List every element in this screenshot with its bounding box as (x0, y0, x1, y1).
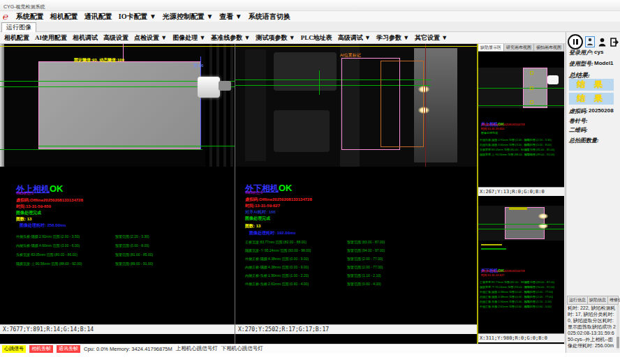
menu-bar: ℮ 系统配置相机配置通讯配置IO卡配置 ▼光源控制配置 ▼查看 ▼系统语言切换 (0, 11, 620, 22)
thumb-row: 负极宽度:83.05mm 范围:(80.00 - 86.00)预警范围:(81.… (480, 148, 563, 153)
menu-item[interactable]: 通讯配置 (84, 12, 112, 22)
cpu-memory-text: Cpu: 0.0% Memory: 3424.41796875M (84, 346, 172, 352)
green-guide-line (478, 88, 564, 89)
tab-maintain-info[interactable]: 维修信息 (608, 296, 620, 304)
electrode-region (38, 61, 201, 149)
measurement-value: 内侧正极-隔膜:4.38mm 范围:(0.00 - 9.00) (245, 265, 309, 269)
comm-drop-badge: 通讯丢帧 (57, 345, 80, 353)
toolbar-item[interactable]: 高级设置 (103, 33, 128, 43)
cursor-status-bar-lower: X:270;Y:2502;R:17;G:17;B:17 (235, 324, 477, 334)
right-panel: 登录用户: cys 使用型号: Model1 总结果: 结 果 结 果 虚拟码:… (566, 32, 620, 353)
toolbar-item[interactable]: PLC地址表 (301, 33, 332, 43)
virtual-code-label: 虚拟码: (569, 107, 588, 115)
measurement-row: 内侧负极-隔膜:4.60mm 范围:(3.00 - 6.00)预警范围:(0.0… (16, 243, 232, 252)
menu-item[interactable]: IO卡配置 ▼ (119, 12, 156, 22)
blue-guide-line (200, 56, 201, 149)
login-user-value: cys (594, 49, 603, 55)
green-guide-line (319, 70, 320, 95)
thumbnail-upper[interactable]: 外上相机OK 虚拟码:Offline20250208133134728 时间:1… (478, 52, 564, 187)
thumb-time: 时间:13-31-59-627 (481, 273, 504, 277)
yellow-marker (530, 100, 533, 104)
thumb-status-upper: X:267;Y:13;R:0;G:0;B:0 (478, 187, 564, 196)
yellow-marker (481, 244, 502, 245)
toolbar-item[interactable]: 测试项参数 ▼ (256, 33, 295, 43)
pause-button[interactable] (568, 34, 583, 50)
thumb-row: 内侧负极-隔膜:4.60mm 范围:(3.00 - 6.00)预警范围:(0.0… (480, 143, 563, 148)
control-icons (568, 34, 619, 50)
operator-user-button[interactable] (585, 36, 595, 47)
left-column: 相机配置AI使用配置相机调试高级设置点检设置 ▼图像处理 ▼基准线参数 ▼测试项… (0, 32, 566, 353)
threshold-overlay-text: 固定阈值:93, 动态阈值:100 (74, 57, 124, 63)
toolbar-item[interactable]: 高级调试 ▼ (338, 33, 371, 43)
virtual-code-text: 虚拟码:Offline20250208133134728 (16, 197, 83, 204)
menu-item[interactable]: 系统语言切换 (249, 12, 290, 22)
process-time-text: 图像处理耗时: 256.00ms (20, 222, 66, 229)
toolbar-item[interactable]: 相机配置 (4, 33, 29, 43)
measurement-row: 隔膜宽度-下:95.24mm 范围:(93.00 - 98.00)预警范围:(9… (245, 248, 475, 257)
measurement-rows: 外侧负极-隔膜:2.91mm 范围:(2.00 - 3.50)预警范围:(2.2… (16, 234, 232, 271)
menu-item[interactable]: 光源控制配置 ▼ (163, 12, 213, 22)
camera-panel-upper: 固定阈值:93, 动态阈值:100 宽:66 外上相机OK MES状态:1 虚拟… (0, 44, 235, 334)
info-tabs: 运行信息 缺陷信息 维修信息 (567, 296, 619, 305)
frame-count-text: 图数: 13 (16, 216, 31, 222)
exit-button[interactable] (609, 36, 619, 47)
yellow-guide-line (235, 46, 477, 47)
measurement-value: 外侧负极-隔膜:2.91mm 范围:(2.00 - 3.50) (16, 234, 80, 238)
thumb-tab-defect[interactable]: 缺陷显示区 (478, 44, 504, 51)
time-text: 时间:13-31-59-627 (245, 203, 280, 209)
toolbar-item[interactable]: 其它设置 ▼ (415, 33, 448, 43)
toolbar-item[interactable]: 学习参数 ▼ (376, 33, 409, 43)
tab-run-image[interactable]: 运行图像 (1, 22, 36, 32)
measurement-row: 内侧正极-负极:1.90mm 范围:(1.00 - 2.20)预警范围:(1.1… (245, 273, 475, 282)
green-guide-line (478, 229, 564, 229)
warning-range: 预警范围:(2.20 - 3.30) (115, 234, 149, 238)
menu-item[interactable]: 查看 ▼ (219, 12, 242, 22)
thumb-row: 隔膜宽度-上:90.56mm 范围:(88.00 - 92.00)预警范围:(8… (480, 153, 563, 158)
toolbar-item[interactable]: AI使用配置 (35, 33, 67, 43)
camera-image-upper[interactable]: 固定阈值:93, 动态阈值:100 宽:66 (0, 44, 235, 167)
menu-item[interactable]: 相机配置 (50, 12, 78, 22)
measurement-row: 隔膜宽度-上:90.56mm 范围:(88.00 - 92.00)预警范围:(8… (16, 261, 232, 271)
bottom-status-bar: 心跳信号 相机丢帧 通讯丢帧 Cpu: 0.0% Memory: 3424.41… (0, 344, 566, 353)
camera-image-lower[interactable]: AI位置标记 (235, 44, 477, 167)
log-text: 耗时: 222, 缺陷检测耗时: 17, 缺陷分类耗时: 0, 缺陷提取分区耗时… (568, 305, 616, 349)
tab-run-info[interactable]: 运行信息 (568, 296, 588, 304)
thumb-tab-topview[interactable]: 俯拍画布视图 (534, 44, 564, 51)
warning-range: 预警范围:(81.00 - 85.00) (115, 252, 153, 257)
toolbar-item[interactable]: 点检设置 ▼ (134, 33, 167, 43)
thumb-done: 图像处理完成 (481, 131, 498, 135)
log-scrollbar-thumb[interactable] (617, 337, 619, 348)
machine-part (245, 50, 266, 161)
tab-connector (198, 77, 220, 98)
yellow-guide-line (0, 46, 235, 47)
login-user-label: 登录用户: (569, 49, 593, 56)
warning-range: 预警范围:(1.10 - 2.10) (347, 273, 381, 278)
green-guide-line (38, 146, 235, 146)
toolbar-item[interactable]: 相机调试 (73, 33, 98, 43)
tab-row: 运行图像 (0, 22, 620, 32)
process-done-text: 图像处理完成 (16, 210, 41, 216)
toolbar-item[interactable]: 基准线参数 ▼ (211, 33, 250, 43)
ai-time-text: 对齐AI耗时: 166 (245, 209, 276, 215)
thumbnail-tabs: 缺陷显示区 研究画布视图 俯拍画布视图 (478, 44, 564, 52)
thumb-row: 内侧正极-负极:1.90mm 范围:(1.00 - 2.20)预警范围:(1.1… (480, 300, 563, 305)
thumb-row: 正极宽度:83.77mm 范围:(82.00 - 88.00)预警范围:(83.… (480, 280, 563, 285)
exit-door-icon (610, 38, 619, 47)
tab-defect-info[interactable]: 缺陷信息 (588, 296, 608, 304)
warning-range: 预警范围:(0.00 - 8.00) (115, 243, 149, 248)
admin-user-button[interactable] (597, 36, 607, 47)
machine-part (274, 110, 330, 152)
main-view-area: 固定阈值:93, 动态阈值:100 宽:66 外上相机OK MES状态:1 虚拟… (0, 44, 566, 344)
toolbar-item[interactable]: 图像处理 ▼ (172, 33, 205, 43)
thumb-connector (547, 75, 559, 84)
frame-count-text: 图数: 13 (245, 223, 260, 229)
measurement-value: 隔膜宽度-下:95.24mm 范围:(93.00 - 98.00) (245, 248, 311, 252)
thumb-tab-research[interactable]: 研究画布视图 (504, 44, 534, 51)
menu-item[interactable]: 系统配置 (16, 12, 44, 22)
thumb-code: 虚拟码:Offline20250208133134728 (481, 269, 524, 273)
shot-count-label: 总拍图数量: (569, 137, 599, 144)
image-streaks (205, 44, 235, 167)
thumbnail-lower[interactable]: 外下相机OK 虚拟码:Offline20250208133134728 时间:1… (478, 197, 564, 333)
yellow-marker (530, 71, 533, 75)
log-scrollbar[interactable] (617, 305, 619, 349)
